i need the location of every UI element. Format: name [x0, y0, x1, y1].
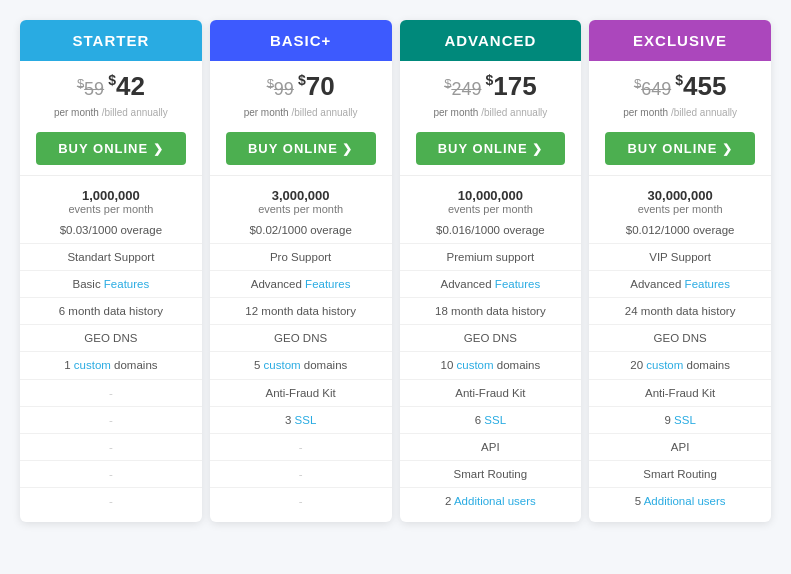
features-highlight: Features	[305, 278, 350, 290]
extra-row-basic-2: -	[210, 434, 392, 461]
extra-row-advanced-0: Anti-Fraud Kit	[400, 380, 582, 407]
plan-header-exclusive: EXCLUSIVE	[589, 20, 771, 61]
events-label: events per month	[216, 203, 386, 215]
data-history-row-basic: 12 month data history	[210, 298, 392, 325]
extra-row-exclusive-1: 9 SSL	[589, 407, 771, 434]
price-old: $99	[267, 79, 294, 99]
domains-highlight: custom	[457, 359, 494, 371]
geodns-row-exclusive: GEO DNS	[589, 325, 771, 352]
geodns-row-basic: GEO DNS	[210, 325, 392, 352]
overage-row-starter: $0.03/1000 overage	[20, 217, 202, 244]
extra-row-starter-3: -	[20, 461, 202, 488]
plan-price-basic: $99$70	[210, 61, 392, 107]
features-row-starter: Basic Features	[20, 271, 202, 298]
events-block-starter: 1,000,000 events per month	[20, 184, 202, 217]
extra-row-advanced-3: Smart Routing	[400, 461, 582, 488]
extra-row-basic-1: 3 SSL	[210, 407, 392, 434]
plan-features-exclusive: 30,000,000 events per month $0.012/1000 …	[589, 175, 771, 522]
domains-row-exclusive: 20 custom domains	[589, 352, 771, 379]
support-row-advanced: Premium support	[400, 244, 582, 271]
extra-row-starter-2: -	[20, 434, 202, 461]
plan-billing-starter: per month /billed annually	[20, 107, 202, 126]
plan-card-basic: BASIC+ $99$70 per month /billed annually…	[210, 20, 392, 522]
events-label: events per month	[595, 203, 765, 215]
pricing-table: STARTER $59$42 per month /billed annuall…	[10, 10, 781, 532]
features-highlight: Features	[685, 278, 730, 290]
plan-price-starter: $59$42	[20, 61, 202, 107]
overage-row-advanced: $0.016/1000 overage	[400, 217, 582, 244]
plan-price-exclusive: $649$455	[589, 61, 771, 107]
domains-row-starter: 1 custom domains	[20, 352, 202, 379]
extra-row-basic-0: Anti-Fraud Kit	[210, 380, 392, 407]
events-block-basic: 3,000,000 events per month	[210, 184, 392, 217]
overage-row-exclusive: $0.012/1000 overage	[589, 217, 771, 244]
price-new: $42	[108, 71, 145, 101]
features-highlight: Features	[104, 278, 149, 290]
buy-button-starter[interactable]: BUY ONLINE	[36, 132, 186, 165]
events-number: 1,000,000	[26, 188, 196, 203]
plan-billing-advanced: per month /billed annually	[400, 107, 582, 126]
geodns-row-advanced: GEO DNS	[400, 325, 582, 352]
extra-row-starter-1: -	[20, 407, 202, 434]
plan-card-starter: STARTER $59$42 per month /billed annuall…	[20, 20, 202, 522]
extra-row-starter-4: -	[20, 488, 202, 514]
data-history-row-starter: 6 month data history	[20, 298, 202, 325]
plan-billing-exclusive: per month /billed annually	[589, 107, 771, 126]
domains-row-advanced: 10 custom domains	[400, 352, 582, 379]
buy-button-advanced[interactable]: BUY ONLINE	[416, 132, 566, 165]
data-history-row-advanced: 18 month data history	[400, 298, 582, 325]
features-row-exclusive: Advanced Features	[589, 271, 771, 298]
events-number: 3,000,000	[216, 188, 386, 203]
plan-features-starter: 1,000,000 events per month $0.03/1000 ov…	[20, 175, 202, 522]
features-row-advanced: Advanced Features	[400, 271, 582, 298]
events-number: 10,000,000	[406, 188, 576, 203]
extra-row-starter-0: -	[20, 380, 202, 407]
events-label: events per month	[26, 203, 196, 215]
support-row-basic: Pro Support	[210, 244, 392, 271]
price-old: $249	[444, 79, 481, 99]
extra-row-advanced-4: 2 Additional users	[400, 488, 582, 514]
plan-price-advanced: $249$175	[400, 61, 582, 107]
plan-header-advanced: ADVANCED	[400, 20, 582, 61]
plan-features-advanced: 10,000,000 events per month $0.016/1000 …	[400, 175, 582, 522]
support-row-exclusive: VIP Support	[589, 244, 771, 271]
extra-row-exclusive-4: 5 Additional users	[589, 488, 771, 514]
price-old: $59	[77, 79, 104, 99]
data-history-row-exclusive: 24 month data history	[589, 298, 771, 325]
plan-header-basic: BASIC+	[210, 20, 392, 61]
buy-button-basic[interactable]: BUY ONLINE	[226, 132, 376, 165]
plan-card-exclusive: EXCLUSIVE $649$455 per month /billed ann…	[589, 20, 771, 522]
extra-row-basic-3: -	[210, 461, 392, 488]
extra-row-advanced-2: API	[400, 434, 582, 461]
plan-features-basic: 3,000,000 events per month $0.02/1000 ov…	[210, 175, 392, 522]
plan-billing-basic: per month /billed annually	[210, 107, 392, 126]
price-new: $175	[485, 71, 536, 101]
domains-highlight: custom	[646, 359, 683, 371]
plan-header-starter: STARTER	[20, 20, 202, 61]
price-old: $649	[634, 79, 671, 99]
events-number: 30,000,000	[595, 188, 765, 203]
price-new: $455	[675, 71, 726, 101]
overage-row-basic: $0.02/1000 overage	[210, 217, 392, 244]
events-block-advanced: 10,000,000 events per month	[400, 184, 582, 217]
extra-row-basic-4: -	[210, 488, 392, 514]
domains-row-basic: 5 custom domains	[210, 352, 392, 379]
extra-row-exclusive-0: Anti-Fraud Kit	[589, 380, 771, 407]
extra-row-exclusive-3: Smart Routing	[589, 461, 771, 488]
events-label: events per month	[406, 203, 576, 215]
events-block-exclusive: 30,000,000 events per month	[589, 184, 771, 217]
price-new: $70	[298, 71, 335, 101]
plan-card-advanced: ADVANCED $249$175 per month /billed annu…	[400, 20, 582, 522]
geodns-row-starter: GEO DNS	[20, 325, 202, 352]
domains-highlight: custom	[264, 359, 301, 371]
extra-row-exclusive-2: API	[589, 434, 771, 461]
extra-row-advanced-1: 6 SSL	[400, 407, 582, 434]
support-row-starter: Standart Support	[20, 244, 202, 271]
domains-highlight: custom	[74, 359, 111, 371]
features-row-basic: Advanced Features	[210, 271, 392, 298]
buy-button-exclusive[interactable]: BUY ONLINE	[605, 132, 755, 165]
features-highlight: Features	[495, 278, 540, 290]
